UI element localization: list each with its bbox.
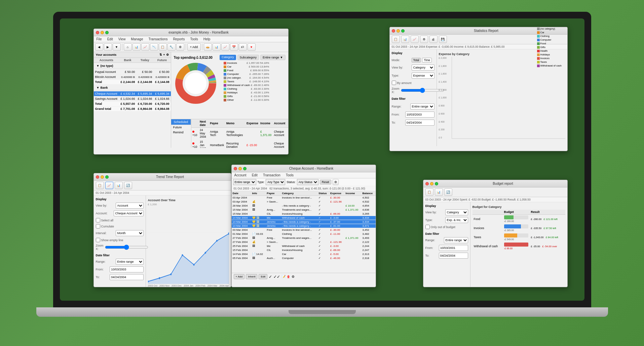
trend-range-select[interactable]: Entire range (116, 259, 144, 265)
acc-icon1[interactable]: ⇅ (159, 53, 162, 56)
stats-tb1[interactable]: 📋 (392, 36, 400, 43)
type-select[interactable]: Expense (412, 73, 434, 79)
cheque-close[interactable] (234, 167, 237, 170)
budget-range-select[interactable]: Entire range (444, 237, 468, 243)
cheque-menu-transaction[interactable]: Transaction (262, 173, 282, 177)
trans-row[interactable]: 15 Mar 2004CILInvoices/Housing✓£ -66.003… (232, 212, 376, 216)
tb-pie[interactable]: 🥧 (204, 43, 212, 51)
cheque-window-controls[interactable] (234, 167, 247, 170)
budget-max[interactable] (435, 182, 438, 185)
acc-icon3[interactable]: ⚙ (166, 53, 169, 56)
trans-row-selected2[interactable]: 14 Mar 2004💛 🔢Jericho- this needs a cate… (232, 220, 376, 224)
trans-row[interactable]: 01 Mar 2004📄 03.03Clothing✓£ -11.003,482 (232, 232, 376, 236)
tb-chart4[interactable]: 📋 (159, 43, 167, 51)
minimize-button[interactable] (101, 31, 104, 34)
trend-tb4[interactable]: 🔄 (124, 182, 132, 189)
tb-chart6[interactable]: ⚙ (176, 43, 184, 51)
menu-view[interactable]: View (117, 37, 127, 41)
stats-close[interactable] (392, 29, 395, 33)
trans-row[interactable]: 03 Apr 2004FreeInvoices In line service/… (232, 196, 376, 200)
trend-window-controls[interactable] (96, 175, 109, 179)
stats-max[interactable] (401, 29, 405, 33)
tab-remind[interactable]: Remind (171, 130, 191, 135)
trend-from-input[interactable] (110, 266, 143, 272)
viewby-select[interactable]: Category (412, 64, 434, 71)
tb-heart[interactable]: ♥ (248, 43, 256, 51)
delete-icon[interactable]: 🗑 (287, 275, 290, 278)
trans-row[interactable]: 15 Mar 2004🖼Amig...Treatments and wages.… (232, 208, 376, 212)
tab-category[interactable]: Category (220, 55, 236, 60)
from-input[interactable] (405, 112, 434, 118)
inherit-btn[interactable]: Inherit (246, 274, 257, 279)
stats-tb3[interactable]: 📈 (411, 36, 419, 43)
cheque-reset-btn[interactable]: Reset (320, 180, 331, 184)
trans-row-selected3[interactable]: 14 Mar 2004💛 🔢Jericho- this needs a cate… (232, 224, 376, 228)
stats-tb2[interactable]: 📊 (401, 36, 409, 43)
trans-row[interactable]: 03 Mar 2004FreeInvoices In line service/… (232, 228, 376, 232)
cheque-menu-tools[interactable]: Tools (285, 173, 295, 177)
account-row-paypal[interactable]: Paypal Account £ 50.00 £ 50.00 £ 50.00 (94, 70, 171, 75)
trans-row[interactable]: 15 Feb 2004CILInvoices/Housing✓£ -66.002… (232, 248, 376, 252)
cheque-filter-icon[interactable]: ⚙ (333, 179, 339, 185)
tb-bar[interactable]: 📊 (213, 43, 221, 51)
tb-cal[interactable]: 📅 (230, 43, 238, 51)
onlyout-checkbox[interactable] (425, 225, 430, 229)
budget-from-input[interactable] (439, 245, 468, 251)
acc-icon2[interactable]: + (163, 53, 165, 56)
trend-interval-select[interactable]: Month (116, 230, 144, 236)
stats-tb4[interactable]: ⚙ (420, 36, 428, 43)
account-row-bitcoin[interactable]: Bitcoin Account 0.420000 B 0.420000 B 0.… (94, 75, 171, 80)
byamount-checkbox[interactable] (392, 81, 396, 85)
menu-edit[interactable]: Edit (106, 37, 114, 41)
trend-min[interactable] (101, 175, 104, 179)
tb-line[interactable]: 📈 (221, 43, 229, 51)
tb-dd[interactable]: ▼ (113, 43, 121, 51)
trans-row[interactable]: 14 Feb 2004📄 14.02Car✓£ -5.002,313 (232, 252, 376, 256)
tb-back[interactable]: ◀ (95, 43, 103, 51)
trans-row[interactable]: 28 Mar 2004🖼- this needs a category -✓£ … (232, 204, 376, 208)
tb-chart1[interactable]: 📊 (132, 43, 141, 51)
trend-close[interactable] (96, 175, 99, 179)
trend-tb1[interactable]: 📋 (96, 182, 104, 189)
cumulate-checkbox[interactable] (96, 224, 100, 228)
cheque-min[interactable] (238, 167, 242, 170)
trend-viewby-select[interactable]: Account (116, 203, 144, 209)
menu-file[interactable]: File (95, 37, 103, 41)
trans-row[interactable]: 25 Feb 2004🖼MeWithdrawal of cash✓£ -3.00… (232, 244, 376, 248)
trend-max[interactable] (105, 175, 109, 179)
cheque-max[interactable] (243, 167, 247, 170)
budget-close[interactable] (425, 182, 429, 185)
tb-chart2[interactable]: 📈 (141, 43, 149, 51)
stats-window-controls[interactable] (392, 29, 405, 33)
trans-row[interactable]: 03 Apr 2004💰> Savin...✓£ -121.964,532 (232, 200, 376, 204)
trans-row[interactable]: 05 Feb 2004🖼Auch...Computer✓£ -46.002,31… (232, 256, 376, 260)
cheque-menu-account[interactable]: Account (233, 173, 248, 177)
tb-fwd[interactable]: ▶ (104, 43, 112, 51)
tb-home[interactable]: ⌂ (124, 43, 132, 51)
mode-total[interactable]: Total (412, 58, 421, 62)
budget-row-taxes[interactable]: Taxes -£ 549.00 £ -1,043.00 (472, 233, 565, 242)
stats-tb5[interactable]: 🖨 (429, 36, 438, 43)
account-row-savings[interactable]: Savings Account £ 1,024.66 £ 1,024.66 £ … (94, 96, 171, 101)
tb-chart3[interactable]: 📉 (150, 43, 158, 51)
account-row-cheque[interactable]: Cheque Account £ 4,532.34 £ 5,695.34 £ 5… (94, 91, 171, 96)
tb-add[interactable]: + Add (187, 43, 201, 51)
tab-daterange[interactable]: Entire range ▼ (260, 55, 285, 60)
trend-account-select[interactable]: Cheque Account (114, 210, 144, 216)
edit-trans-btn[interactable]: Edit (259, 274, 267, 279)
maximize-button[interactable] (105, 31, 109, 34)
cheque-menu-edit[interactable]: Edit (251, 173, 259, 177)
close-button[interactable] (96, 31, 99, 34)
selectall-checkbox[interactable] (96, 218, 100, 222)
budget-row-woc[interactable]: Withdrawal of cash -£ 89.00 £ -35.00 (472, 242, 565, 251)
trend-tb3[interactable]: 📊 (115, 182, 123, 189)
check-icon1[interactable]: ✓ (269, 274, 272, 279)
range-select[interactable]: Entire range (410, 103, 434, 110)
budget-tb1[interactable]: 📋 (425, 188, 433, 196)
sched-row-1[interactable]: +10 24 May 2004 Amiga Tech Amiga Technol… (191, 128, 288, 139)
menu-tools[interactable]: Tools (189, 37, 199, 41)
menu-transactions[interactable]: Transactions (147, 37, 169, 41)
trend-zoomx-slider[interactable] (105, 245, 148, 250)
tab-subcategory[interactable]: Subcategory (237, 55, 259, 60)
budget-row-invoices[interactable]: Invoices -£ 285.00 £ -335.50 (472, 224, 565, 233)
